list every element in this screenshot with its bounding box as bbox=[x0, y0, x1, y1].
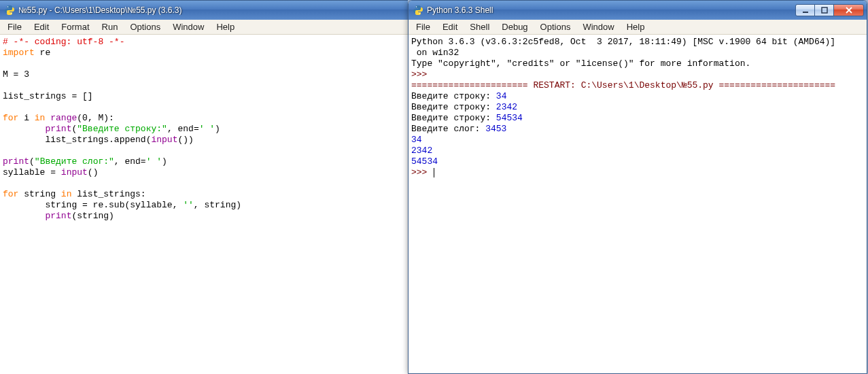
menu-file[interactable]: File bbox=[410, 20, 436, 33]
code-token: 54534 bbox=[496, 113, 523, 123]
code-token: range bbox=[50, 113, 77, 123]
menu-help[interactable]: Help bbox=[210, 20, 241, 33]
editor-content[interactable]: # -*- coding: utf-8 -*- import re M = 3 … bbox=[0, 35, 408, 374]
menu-shell[interactable]: Shell bbox=[464, 20, 496, 33]
menu-run[interactable]: Run bbox=[96, 20, 124, 33]
svg-point-0 bbox=[7, 6, 9, 7]
svg-point-2 bbox=[416, 6, 417, 7]
shell-menubar: FileEditShellDebugOptionsWindowHelp bbox=[409, 20, 867, 35]
shell-window: Python 3.6.3 Shell FileEditShellDebugOpt… bbox=[408, 0, 867, 374]
code-token: # -*- coding: utf-8 -*- bbox=[3, 37, 124, 47]
code-token: 54534 bbox=[411, 156, 438, 167]
editor-title: №55.py - C:\Users\1\Desktop\№55.py (3.6.… bbox=[18, 5, 405, 15]
code-token bbox=[3, 124, 45, 134]
code-token: ====================== RESTART: C:\Users… bbox=[411, 80, 835, 90]
code-token: 3 bbox=[24, 69, 29, 80]
code-token: on win32 bbox=[411, 48, 459, 58]
code-token: >>> bbox=[411, 69, 432, 80]
menu-help[interactable]: Help bbox=[621, 20, 651, 33]
code-token: ) bbox=[215, 124, 220, 134]
editor-code[interactable]: # -*- coding: utf-8 -*- import re M = 3 … bbox=[0, 35, 408, 223]
code-token: print bbox=[45, 124, 71, 134]
minimize-button[interactable] bbox=[795, 4, 815, 16]
code-token: 2342 bbox=[411, 146, 432, 156]
code-token: ( bbox=[77, 113, 82, 123]
shell-titlebar[interactable]: Python 3.6.3 Shell bbox=[409, 1, 867, 20]
code-token: Python 3.6.3 (v3.6.3:2c5fed8, Oct 3 2017… bbox=[411, 37, 835, 47]
code-token: Введите строку: bbox=[411, 113, 496, 123]
code-token: , end= bbox=[167, 124, 199, 134]
code-token: , end= bbox=[114, 156, 146, 167]
menu-debug[interactable]: Debug bbox=[496, 20, 534, 33]
code-token: , string) bbox=[194, 200, 241, 210]
code-token: 2342 bbox=[496, 102, 517, 112]
svg-rect-4 bbox=[803, 12, 808, 13]
code-token: , M): bbox=[88, 113, 114, 123]
menu-options[interactable]: Options bbox=[534, 20, 577, 33]
code-token: print bbox=[3, 156, 29, 167]
close-button[interactable] bbox=[833, 4, 864, 16]
code-token: input bbox=[61, 167, 88, 177]
menu-format[interactable]: Format bbox=[55, 20, 95, 33]
maximize-icon bbox=[821, 7, 828, 14]
close-icon bbox=[845, 7, 853, 14]
svg-rect-5 bbox=[822, 7, 827, 13]
svg-point-1 bbox=[11, 13, 12, 14]
code-token: Type "copyright", "credits" or "license(… bbox=[411, 58, 750, 69]
editor-window: №55.py - C:\Users\1\Desktop\№55.py (3.6.… bbox=[0, 0, 408, 374]
code-token: for bbox=[3, 113, 18, 123]
code-token: () bbox=[88, 167, 99, 177]
code-token: ()) bbox=[177, 135, 193, 145]
code-token: 34 bbox=[496, 91, 507, 101]
menu-edit[interactable]: Edit bbox=[436, 20, 464, 33]
code-token: ( bbox=[29, 156, 35, 167]
shell-output[interactable]: Python 3.6.3 (v3.6.3:2c5fed8, Oct 3 2017… bbox=[409, 35, 867, 180]
code-token: 34 bbox=[411, 135, 422, 145]
code-token: for bbox=[3, 189, 18, 199]
code-token: "Введите строку:" bbox=[77, 124, 167, 134]
code-token: 3453 bbox=[485, 124, 506, 134]
menu-options[interactable]: Options bbox=[124, 20, 167, 33]
code-token: M = bbox=[3, 69, 24, 80]
menu-window[interactable]: Window bbox=[167, 20, 210, 33]
code-token: "Введите слог:" bbox=[35, 156, 114, 167]
code-token: list_strings.append( bbox=[3, 135, 151, 145]
code-token: in bbox=[61, 189, 72, 199]
editor-titlebar[interactable]: №55.py - C:\Users\1\Desktop\№55.py (3.6.… bbox=[0, 1, 408, 20]
text-cursor bbox=[434, 168, 434, 177]
code-token: ) bbox=[162, 156, 167, 167]
code-token: syllable = bbox=[3, 167, 61, 177]
minimize-icon bbox=[802, 7, 809, 14]
code-token: in bbox=[35, 113, 46, 123]
maximize-button[interactable] bbox=[814, 4, 834, 16]
code-token: Введите строку: bbox=[411, 91, 496, 101]
menu-window[interactable]: Window bbox=[576, 20, 620, 33]
menu-file[interactable]: File bbox=[1, 20, 28, 33]
menu-edit[interactable]: Edit bbox=[28, 20, 55, 33]
code-token: re bbox=[35, 48, 50, 58]
svg-point-3 bbox=[419, 13, 421, 14]
code-token bbox=[3, 211, 45, 221]
shell-title: Python 3.6.3 Shell bbox=[427, 5, 796, 15]
python-icon bbox=[413, 5, 423, 16]
code-token: >>> bbox=[411, 167, 432, 177]
code-token: 0 bbox=[82, 113, 88, 123]
code-token: ' ' bbox=[146, 156, 162, 167]
code-token: i bbox=[18, 113, 34, 123]
code-token: import bbox=[3, 48, 35, 58]
desktop: №55.py - C:\Users\1\Desktop\№55.py (3.6.… bbox=[0, 0, 868, 374]
code-token: list_strings: bbox=[71, 189, 145, 199]
code-token: ' ' bbox=[199, 124, 215, 134]
window-controls bbox=[796, 4, 864, 16]
code-token: Введите слог: bbox=[411, 124, 485, 134]
python-icon bbox=[4, 5, 15, 16]
code-token: '' bbox=[183, 200, 194, 210]
code-token: print bbox=[45, 211, 71, 221]
code-token: Введите строку: bbox=[411, 102, 496, 112]
code-token: string bbox=[18, 189, 60, 199]
code-token: (string) bbox=[71, 211, 114, 221]
code-token: list_strings = [] bbox=[3, 91, 93, 101]
editor-menubar: FileEditFormatRunOptionsWindowHelp bbox=[0, 20, 408, 35]
shell-content[interactable]: Python 3.6.3 (v3.6.3:2c5fed8, Oct 3 2017… bbox=[409, 35, 867, 373]
code-token: string = re.sub(syllable, bbox=[3, 200, 183, 210]
